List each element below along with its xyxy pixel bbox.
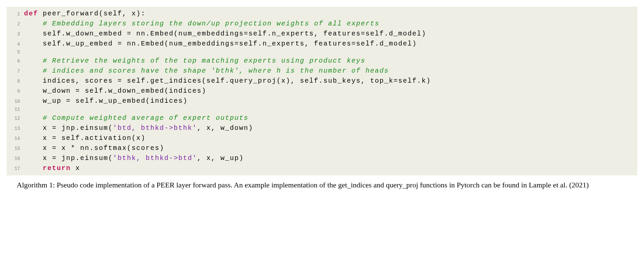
code-content: # Embedding layers storing the down/up p… <box>24 19 379 29</box>
code-line: 16 x = jnp.einsum('bthk, bthkd->btd', x,… <box>7 153 637 163</box>
line-number: 1 <box>7 11 24 18</box>
code-content: x = self.activation(x) <box>24 133 146 143</box>
code-line: 17 return x <box>7 163 637 173</box>
line-number: 8 <box>7 78 24 85</box>
line-number: 12 <box>7 115 24 122</box>
code-line: 5 <box>7 49 637 56</box>
code-line: 6 # Retrieve the weights of the top matc… <box>7 56 637 66</box>
code-line: 4 self.w_up_embed = nn.Embed(num_embeddi… <box>7 39 637 49</box>
code-line: 15 x = x * nn.softmax(scores) <box>7 143 637 153</box>
code-listing: 1def peer_forward(self, x):2 # Embedding… <box>7 7 637 175</box>
line-number: 17 <box>7 165 24 172</box>
line-number: 11 <box>7 106 24 113</box>
line-number: 13 <box>7 125 24 132</box>
code-content: self.w_up_embed = nn.Embed(num_embedding… <box>24 39 417 49</box>
code-line: 11 <box>7 106 637 113</box>
line-number: 4 <box>7 41 24 48</box>
code-content: w_down = self.w_down_embed(indices) <box>24 86 206 96</box>
code-content: return x <box>24 163 80 173</box>
code-line: 1def peer_forward(self, x): <box>7 9 637 19</box>
code-content: w_up = self.w_up_embed(indices) <box>24 96 188 106</box>
line-number: 3 <box>7 31 24 38</box>
code-line: 9 w_down = self.w_down_embed(indices) <box>7 86 637 96</box>
code-content: x = jnp.einsum('btd, bthkd->bthk', x, w_… <box>24 123 253 133</box>
code-content: # indices and scores have the shape 'bth… <box>24 66 389 76</box>
line-number: 10 <box>7 98 24 105</box>
code-line: 10 w_up = self.w_up_embed(indices) <box>7 96 637 106</box>
code-content: indices, scores = self.get_indices(self.… <box>24 76 431 86</box>
line-number: 16 <box>7 155 24 162</box>
line-number: 9 <box>7 88 24 95</box>
code-content: # Compute weighted average of expert out… <box>24 113 249 123</box>
code-line: 2 # Embedding layers storing the down/up… <box>7 19 637 29</box>
line-number: 15 <box>7 145 24 152</box>
code-content: # Retrieve the weights of the top matchi… <box>24 56 365 66</box>
line-number: 6 <box>7 58 24 65</box>
line-number: 2 <box>7 21 24 28</box>
code-line: 13 x = jnp.einsum('btd, bthkd->bthk', x,… <box>7 123 637 133</box>
code-content: x = jnp.einsum('bthk, bthkd->btd', x, w_… <box>24 153 244 163</box>
code-line: 7 # indices and scores have the shape 'b… <box>7 66 637 76</box>
algorithm-caption: Algorithm 1: Pseudo code implementation … <box>7 175 637 190</box>
line-number: 5 <box>7 49 24 56</box>
code-content: x = x * nn.softmax(scores) <box>24 143 164 153</box>
line-number: 14 <box>7 135 24 142</box>
code-content: def peer_forward(self, x): <box>24 9 146 19</box>
code-line: 3 self.w_down_embed = nn.Embed(num_embed… <box>7 29 637 39</box>
code-line: 12 # Compute weighted average of expert … <box>7 113 637 123</box>
code-line: 8 indices, scores = self.get_indices(sel… <box>7 76 637 86</box>
code-line: 14 x = self.activation(x) <box>7 133 637 143</box>
code-content: self.w_down_embed = nn.Embed(num_embeddi… <box>24 29 426 39</box>
line-number: 7 <box>7 68 24 75</box>
